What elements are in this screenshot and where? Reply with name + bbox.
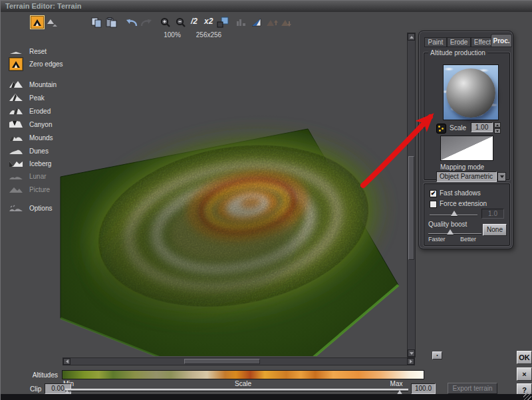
histogram-icon — [236, 18, 247, 27]
scale-input[interactable]: 1.00 — [471, 122, 493, 132]
spinner-down-icon — [496, 130, 499, 132]
picture-icon — [9, 184, 23, 195]
extension-value-input[interactable]: 1.0 — [481, 209, 504, 219]
group-title: Altitude production — [428, 49, 487, 56]
altitude-gradient-bar[interactable] — [62, 370, 424, 379]
flat-wedge-icon — [9, 46, 23, 56]
terrain-raise-icon — [266, 17, 278, 27]
sidebar-item-options[interactable]: Options — [9, 201, 52, 215]
sidebar-item-picture[interactable]: Picture — [9, 183, 50, 196]
panel-corner-button[interactable]: ▪ — [432, 351, 442, 359]
altitudes-label: Altitudes — [6, 371, 58, 379]
scroll-right-button[interactable] — [407, 358, 414, 365]
copy-icon — [91, 17, 102, 28]
window-title: Terrain Editor: Terrain — [5, 2, 82, 10]
horizontal-scrollbar[interactable] — [63, 357, 415, 365]
preview-sphere — [446, 68, 495, 118]
dunes-icon — [9, 146, 23, 156]
mountain-dropdown-icon — [47, 18, 59, 27]
sidebar-item-zero-edges[interactable]: Zero edges — [9, 57, 63, 70]
cancel-button[interactable]: × — [517, 367, 532, 381]
resize-icon — [217, 17, 229, 28]
copy-button[interactable] — [90, 16, 103, 29]
canyon-icon — [9, 119, 23, 130]
arrow-up-icon — [410, 36, 414, 39]
export-terrain-button[interactable]: Export terrain — [448, 383, 497, 394]
paste-icon — [106, 17, 117, 28]
spinner-down-button[interactable] — [494, 128, 501, 134]
scroll-up-button[interactable] — [408, 33, 415, 41]
sidebar-item-mounds[interactable]: Mounds — [9, 131, 53, 144]
histogram-button[interactable] — [235, 16, 248, 29]
red-annotation-arrow — [353, 97, 453, 193]
max-altitude-input[interactable]: 100.0 — [411, 383, 436, 394]
clip-label: Clip — [30, 385, 41, 393]
spinner-up-icon — [496, 124, 499, 126]
extension-slider-thumb[interactable] — [451, 211, 458, 216]
title-bar[interactable]: Terrain Editor: Terrain — [1, 1, 532, 12]
mapping-dropdown-button[interactable] — [497, 172, 506, 181]
eroded-icon — [9, 106, 23, 116]
max-label: Max — [383, 380, 410, 387]
vertical-scrollbar[interactable] — [407, 33, 416, 357]
terrain-raise-button[interactable] — [265, 16, 279, 29]
lunar-icon — [9, 171, 23, 181]
spinner-up-button[interactable] — [494, 122, 501, 128]
paste-button[interactable] — [104, 16, 118, 29]
undo-icon — [126, 18, 138, 27]
sidebar-item-eroded[interactable]: Eroded — [9, 104, 51, 118]
resize-button[interactable] — [216, 16, 229, 29]
half-size-button[interactable]: /2 — [191, 17, 198, 26]
redo-button[interactable] — [140, 16, 153, 29]
sidebar-item-mountain[interactable]: Mountain — [9, 78, 57, 91]
force-extension-label: Force extension — [440, 200, 487, 207]
arrow-left-icon — [66, 359, 68, 363]
mountain-icon — [33, 19, 42, 27]
terrain-lower-button[interactable] — [280, 16, 293, 29]
redo-icon — [140, 18, 152, 27]
tab-proc[interactable]: Proc. — [491, 34, 512, 47]
sidebar-item-reset[interactable]: Reset — [9, 45, 47, 58]
sidebar-item-canyon[interactable]: Canyon — [9, 118, 52, 131]
scale-axis-label: Scale — [62, 380, 424, 387]
force-extension-checkbox[interactable] — [430, 201, 437, 208]
clip-range-track[interactable] — [65, 389, 408, 391]
mounds-icon — [9, 132, 23, 143]
undo-button[interactable] — [125, 16, 138, 29]
scroll-left-button[interactable] — [63, 358, 70, 365]
zoom-out-icon — [176, 17, 186, 28]
sidebar-item-dunes[interactable]: Dunes — [9, 144, 49, 157]
options-icon — [9, 203, 23, 213]
zoom-out-button[interactable] — [174, 16, 188, 29]
zoom-in-icon — [160, 17, 171, 28]
slope-icon — [251, 17, 261, 27]
terrain-tool-alt-button[interactable] — [46, 16, 59, 29]
arrow-down-icon — [410, 352, 414, 355]
scroll-down-button[interactable] — [408, 350, 415, 357]
peak-icon — [9, 92, 23, 103]
window-bottom-edge — [1, 394, 532, 400]
tab-paint[interactable]: Paint — [424, 37, 447, 47]
zoom-in-button[interactable] — [159, 16, 172, 29]
double-size-button[interactable]: x2 — [204, 17, 213, 26]
sidebar-item-iceberg[interactable]: Iceberg — [9, 157, 51, 170]
sidebar-item-lunar[interactable]: Lunar — [9, 169, 47, 183]
none-button[interactable]: None — [483, 224, 507, 236]
quality-boost-label: Quality boost — [428, 221, 467, 228]
slope-button[interactable] — [249, 16, 263, 29]
terrain-tool-button[interactable] — [31, 16, 44, 29]
scale-spinner[interactable] — [494, 122, 501, 134]
tab-erode[interactable]: Erode — [447, 37, 471, 47]
terrain-editor-window: Terrain Editor: Terrain 100% /2 x2 256x2… — [0, 0, 532, 400]
quality-slider-thumb[interactable] — [447, 229, 454, 235]
faster-label: Faster — [428, 236, 446, 243]
better-label: Better — [460, 236, 476, 243]
quality-slider-track[interactable] — [428, 233, 481, 234]
sidebar-item-peak[interactable]: Peak — [9, 91, 45, 104]
horizontal-scroll-thumb[interactable] — [184, 359, 260, 364]
ok-button[interactable]: OK — [517, 351, 532, 364]
terrain-lower-icon — [281, 17, 293, 27]
zero-edges-icon — [9, 58, 23, 69]
mountain-icon — [9, 79, 23, 90]
resize-grip[interactable] — [523, 393, 531, 400]
